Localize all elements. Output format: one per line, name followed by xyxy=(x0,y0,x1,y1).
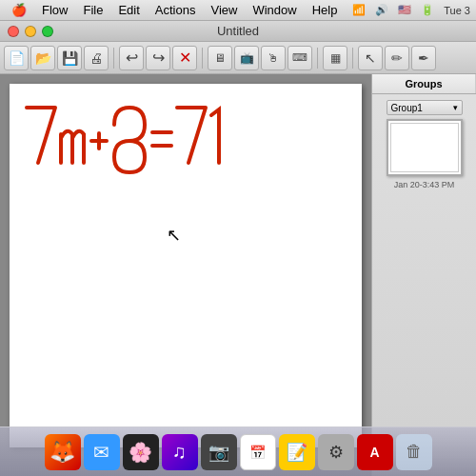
minimize-button[interactable] xyxy=(25,26,36,37)
toolbar-table[interactable]: ▦ xyxy=(323,46,347,70)
group-thumbnail[interactable] xyxy=(387,119,463,176)
dock-firefox[interactable]: 🦊 xyxy=(45,434,81,470)
sep2 xyxy=(202,48,203,69)
canvas-page[interactable]: ↖ xyxy=(10,84,362,447)
menu-window[interactable]: Window xyxy=(245,0,304,20)
sep3 xyxy=(317,48,318,69)
toolbar-redo[interactable]: ↪ xyxy=(146,46,170,70)
toolbar-pen[interactable]: ✒ xyxy=(411,46,436,70)
toolbar-new[interactable]: 📄 xyxy=(4,46,29,70)
canvas-area[interactable]: ↖ Extend Page xyxy=(0,74,371,476)
toolbar-select[interactable]: ↖ xyxy=(358,46,383,70)
battery-icon: 🔋 xyxy=(419,4,436,16)
dock-itunes[interactable]: ♫ xyxy=(162,434,198,470)
window-title: Untitled xyxy=(217,24,259,38)
dock: 🦊 ✉ 🌸 ♫ 📷 📅 📝 ⚙ A 🗑 xyxy=(0,426,476,476)
menu-flow[interactable]: Flow xyxy=(34,0,75,20)
right-panel: Groups Group1 ▾ Jan 20-3:43 PM xyxy=(371,74,476,476)
dock-calendar[interactable]: 📅 xyxy=(240,434,276,470)
dock-acrobat[interactable]: A xyxy=(357,434,393,470)
menu-edit[interactable]: Edit xyxy=(110,0,147,20)
menu-file[interactable]: File xyxy=(75,0,110,20)
wifi-icon: 📶 xyxy=(350,4,367,16)
toolbar-save[interactable]: 💾 xyxy=(57,46,82,70)
group-thumbnail-inner xyxy=(390,123,459,172)
group-dropdown[interactable]: Group1 ▾ xyxy=(387,100,463,115)
window-controls xyxy=(8,26,53,37)
menu-help[interactable]: Help xyxy=(305,0,346,20)
toolbar: 📄 📂 💾 🖨 ↩ ↪ ✕ 🖥 📺 🖱 ⌨ ▦ ↖ ✏ ✒ xyxy=(0,42,476,74)
dock-trash[interactable]: 🗑 xyxy=(396,434,432,470)
panel-tabs: Groups xyxy=(372,74,476,94)
toolbar-undo[interactable]: ↩ xyxy=(119,46,144,70)
group-container: Group1 ▾ Jan 20-3:43 PM xyxy=(376,100,472,189)
menubar: 🍎 Flow File Edit Actions View Window Hel… xyxy=(0,0,476,21)
dropdown-arrow: ▾ xyxy=(453,103,458,112)
main-area: ↖ Extend Page Groups Group1 ▾ Jan 20-3:4… xyxy=(0,74,476,476)
toolbar-delete[interactable]: ✕ xyxy=(172,46,197,70)
dock-settings[interactable]: ⚙ xyxy=(318,434,354,470)
apple-menu[interactable]: 🍎 xyxy=(4,0,34,20)
menu-view[interactable]: View xyxy=(203,0,245,20)
panel-content: Group1 ▾ Jan 20-3:43 PM xyxy=(372,94,476,476)
toolbar-open[interactable]: 📂 xyxy=(30,46,55,70)
volume-icon: 🔊 xyxy=(373,4,390,16)
dock-photos[interactable]: 🌸 xyxy=(123,434,159,470)
dock-mail[interactable]: ✉ xyxy=(84,434,120,470)
sep4 xyxy=(352,48,353,69)
group-name-label: Group1 xyxy=(391,103,423,113)
titlebar: Untitled xyxy=(0,21,476,42)
dock-camera[interactable]: 📷 xyxy=(201,434,237,470)
toolbar-screen2[interactable]: 📺 xyxy=(234,46,259,70)
toolbar-screen3[interactable]: 🖱 xyxy=(261,46,286,70)
close-button[interactable] xyxy=(8,26,19,37)
toolbar-screen4[interactable]: ⌨ xyxy=(288,46,312,70)
group-timestamp: Jan 20-3:43 PM xyxy=(394,180,455,189)
menu-actions[interactable]: Actions xyxy=(148,0,204,20)
equation-svg xyxy=(17,98,246,174)
clock-display: Tue 3 xyxy=(442,5,472,16)
toolbar-screen1[interactable]: 🖥 xyxy=(208,46,232,70)
maximize-button[interactable] xyxy=(42,26,53,37)
flag-icon: 🇺🇸 xyxy=(396,4,413,16)
toolbar-pencil[interactable]: ✏ xyxy=(385,46,409,70)
sep1 xyxy=(113,48,114,69)
dock-notes[interactable]: 📝 xyxy=(279,434,315,470)
toolbar-print[interactable]: 🖨 xyxy=(84,46,109,70)
tab-groups[interactable]: Groups xyxy=(372,74,476,93)
